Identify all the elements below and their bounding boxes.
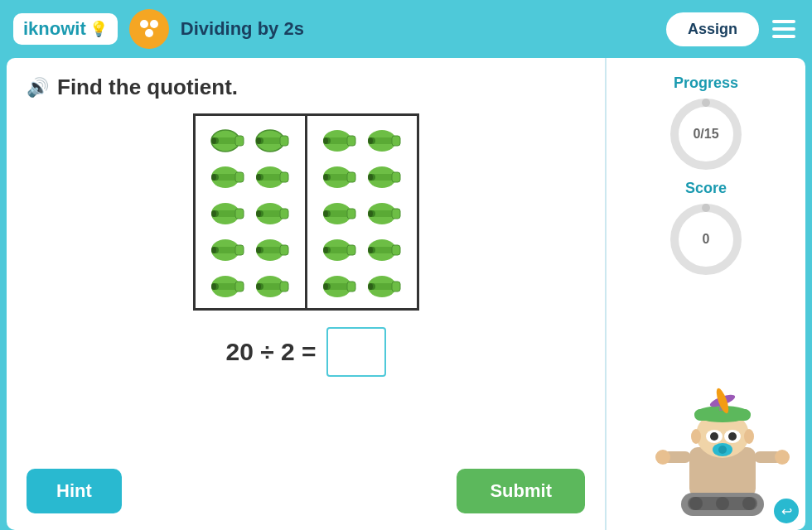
logo-bulb-icon: 💡 (89, 20, 108, 38)
header-right: Assign (666, 12, 799, 46)
whistle-icon (321, 124, 359, 154)
topic-icon (129, 9, 169, 49)
menu-line-2 (772, 27, 795, 31)
svg-point-29 (211, 210, 216, 217)
svg-point-123 (744, 429, 754, 444)
svg-point-54 (256, 283, 261, 290)
back-icon: ↩ (781, 504, 792, 519)
whistle-icon (254, 161, 292, 190)
main-area: 🔊 Find the quotient. (7, 58, 805, 530)
answer-input[interactable] (326, 327, 386, 377)
whistle-icon (209, 197, 247, 227)
whistle-icon (365, 124, 404, 154)
whistle-icon (321, 197, 359, 227)
svg-point-84 (368, 210, 373, 217)
svg-rect-112 (694, 409, 751, 421)
svg-rect-83 (392, 209, 400, 219)
whistle-icon (209, 270, 247, 300)
whistle-icon (365, 270, 404, 300)
svg-rect-23 (280, 172, 288, 182)
whistle-grid-container (27, 113, 585, 311)
svg-rect-93 (392, 245, 400, 255)
svg-rect-98 (347, 282, 355, 292)
equation-row: 20 ÷ 2 = (27, 327, 585, 377)
progress-value: 0/15 (693, 127, 718, 142)
hint-button[interactable]: Hint (27, 469, 122, 513)
menu-line-1 (772, 20, 795, 23)
score-section: Score 0 (669, 180, 743, 277)
svg-point-89 (323, 247, 328, 253)
svg-point-131 (716, 497, 729, 510)
svg-rect-7 (235, 136, 244, 146)
svg-rect-53 (280, 282, 288, 292)
svg-point-79 (323, 210, 328, 217)
whistle-group-left (196, 116, 307, 308)
svg-point-94 (368, 247, 373, 253)
svg-point-2 (145, 29, 153, 37)
svg-point-49 (211, 283, 216, 290)
back-button[interactable]: ↩ (774, 499, 799, 523)
assign-button[interactable]: Assign (666, 12, 759, 46)
whistle-icon (254, 270, 292, 300)
whistle-icon (209, 161, 247, 190)
menu-line-3 (772, 35, 795, 38)
equation-text: 20 ÷ 2 = (225, 338, 316, 366)
svg-point-122 (691, 429, 701, 444)
svg-point-59 (323, 137, 328, 144)
svg-rect-18 (235, 172, 244, 182)
svg-point-39 (211, 247, 216, 253)
svg-point-34 (256, 210, 261, 217)
svg-point-132 (742, 497, 756, 510)
svg-point-74 (368, 174, 373, 181)
left-panel: 🔊 Find the quotient. (7, 58, 607, 530)
svg-point-69 (323, 174, 328, 181)
bottom-buttons: Hint Submit (27, 469, 585, 513)
whistle-icon (254, 197, 292, 227)
whistle-icon (365, 161, 404, 190)
svg-rect-43 (280, 245, 288, 255)
svg-point-64 (368, 137, 373, 144)
whistle-icon (365, 234, 404, 263)
topic-title: Dividing by 2s (181, 18, 655, 40)
question-header: 🔊 Find the quotient. (27, 75, 585, 100)
svg-rect-103 (392, 282, 400, 292)
question-text: Find the quotient. (57, 75, 238, 100)
progress-section: Progress 0/15 (669, 75, 743, 171)
svg-point-104 (368, 283, 373, 290)
svg-point-121 (718, 446, 727, 454)
svg-point-99 (323, 283, 328, 290)
svg-rect-28 (235, 209, 244, 219)
svg-rect-33 (280, 209, 288, 219)
whistle-icon (365, 197, 404, 227)
submit-button[interactable]: Submit (457, 469, 585, 513)
svg-point-1 (150, 20, 158, 28)
progress-label: Progress (674, 75, 738, 92)
logo: iknowit 💡 (13, 13, 118, 45)
score-value: 0 (703, 232, 710, 247)
svg-point-119 (728, 432, 737, 441)
svg-rect-48 (235, 282, 244, 292)
svg-point-130 (689, 497, 703, 510)
svg-point-127 (775, 450, 790, 465)
sound-icon[interactable]: 🔊 (27, 77, 49, 99)
svg-point-0 (140, 20, 148, 28)
whistle-icon (321, 234, 359, 263)
whistle-grid (193, 113, 419, 311)
whistle-icon (209, 234, 247, 263)
svg-rect-78 (347, 209, 355, 219)
svg-rect-38 (235, 245, 244, 255)
robot-character (648, 364, 797, 522)
score-ring: 0 (669, 202, 743, 277)
svg-point-24 (256, 174, 261, 181)
header: iknowit 💡 Dividing by 2s Assign (0, 0, 812, 58)
svg-point-19 (211, 174, 216, 181)
menu-button[interactable] (769, 17, 799, 41)
whistle-icon (254, 234, 292, 263)
whistle-icon (321, 270, 359, 300)
svg-rect-73 (392, 172, 400, 182)
svg-point-8 (211, 137, 216, 144)
whistle-icon (209, 124, 247, 154)
whistle-icon (254, 124, 292, 154)
svg-rect-13 (280, 136, 288, 146)
svg-point-14 (256, 137, 261, 144)
